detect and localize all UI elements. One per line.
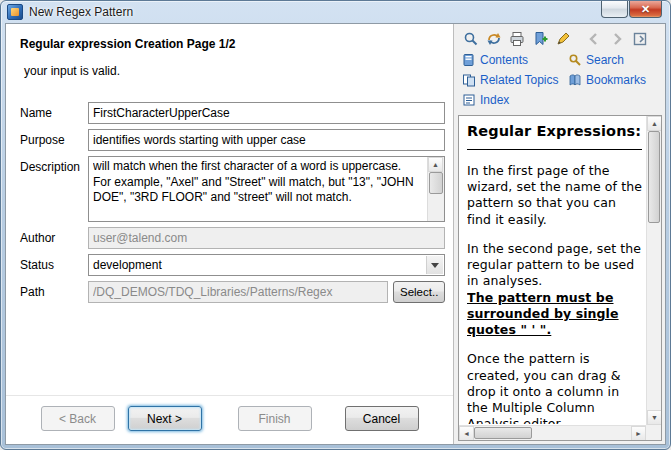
description-label: Description [20, 156, 88, 174]
help-panel: Contents Search Related Topics [454, 24, 665, 444]
print-icon[interactable] [509, 31, 525, 47]
author-row: Author [20, 227, 445, 249]
sync-icon[interactable] [486, 31, 502, 47]
wizard-header: Regular expression Creation Page 1/2 you… [6, 24, 453, 78]
heading-rule [467, 149, 642, 150]
purpose-label: Purpose [20, 129, 88, 147]
add-bookmark-icon[interactable] [532, 31, 548, 47]
maximize-view-icon[interactable] [632, 31, 648, 47]
index-icon [462, 93, 476, 107]
help-paragraph: In the second page, set the regular patt… [467, 241, 642, 290]
validation-message: your input is valid. [20, 64, 437, 78]
description-row: Description will match when the first ch… [20, 156, 445, 222]
scroll-down-icon[interactable]: ▼ [647, 410, 662, 425]
next-button[interactable]: Next > [128, 406, 202, 431]
help-link-search[interactable]: Search [568, 53, 659, 67]
status-dropdown[interactable]: development [88, 254, 445, 276]
name-input[interactable] [88, 102, 445, 124]
related-topics-icon [462, 73, 476, 87]
status-value: development [93, 258, 162, 272]
help-content-text: Regular Expressions: In the first page o… [467, 122, 642, 424]
scroll-left-icon[interactable]: ◄ [459, 426, 474, 441]
help-emphasis: The pattern must be surrounded by single… [467, 290, 642, 339]
wizard-panel: Regular expression Creation Page 1/2 you… [6, 24, 454, 444]
wizard-button-bar: < Back Next > Finish Cancel [6, 395, 453, 444]
description-scrollbar[interactable]: ▲ [427, 157, 444, 221]
highlight-pen-icon[interactable] [555, 31, 571, 47]
help-toolbar [454, 24, 665, 50]
title-bar[interactable]: New Regex Pattern ✕ [1, 1, 670, 23]
help-vertical-scrollbar[interactable]: ▲ ▼ [646, 116, 661, 425]
help-content-view: Regular Expressions: In the first page o… [458, 115, 662, 441]
status-label: Status [20, 254, 88, 272]
scroll-up-icon[interactable]: ▲ [647, 116, 662, 131]
help-link-bookmarks[interactable]: Bookmarks [568, 73, 659, 87]
window-help-button[interactable] [601, 1, 628, 18]
author-label: Author [20, 227, 88, 245]
regex-pattern-icon [7, 4, 23, 20]
help-paragraph: Once the pattern is created, you can dra… [467, 351, 642, 424]
pattern-form: Name Purpose Description will match when… [6, 102, 453, 308]
scroll-thumb[interactable] [648, 131, 660, 223]
description-textarea[interactable]: will match when the first character of a… [88, 156, 445, 222]
book-icon [462, 53, 476, 67]
path-input [88, 281, 388, 303]
purpose-input[interactable] [88, 129, 445, 151]
description-text: will match when the first character of a… [93, 159, 424, 219]
path-row: Path Select.. [20, 281, 445, 303]
show-in-contents-icon[interactable] [463, 31, 479, 47]
page-title: Regular expression Creation Page 1/2 [20, 37, 437, 51]
author-input [88, 227, 445, 249]
window-close-button[interactable]: ✕ [629, 1, 662, 18]
bookmarks-icon [568, 73, 582, 87]
help-heading: Regular Expressions: [467, 122, 642, 141]
window-title: New Regex Pattern [29, 5, 133, 19]
scroll-right-icon[interactable]: ► [631, 426, 646, 441]
dialog-content: Regular expression Creation Page 1/2 you… [5, 23, 666, 445]
help-paragraph: In the first page of the wizard, set the… [467, 163, 642, 228]
status-row: Status development [20, 254, 445, 276]
cancel-button[interactable]: Cancel [345, 406, 419, 431]
help-nav-links: Contents Search Related Topics [454, 50, 665, 109]
scrollbar-corner [646, 425, 661, 440]
scroll-thumb[interactable] [429, 172, 443, 194]
scroll-thumb[interactable] [474, 427, 532, 439]
help-link-contents[interactable]: Contents [462, 53, 566, 67]
forward-arrow-icon [609, 31, 625, 47]
purpose-row: Purpose [20, 129, 445, 151]
close-icon: ✕ [641, 3, 650, 16]
back-arrow-icon [586, 31, 602, 47]
help-horizontal-scrollbar[interactable]: ◄ ► [459, 425, 646, 440]
scroll-up-icon[interactable]: ▲ [428, 157, 443, 172]
name-row: Name [20, 102, 445, 124]
help-link-index[interactable]: Index [462, 93, 566, 107]
chevron-down-icon[interactable] [426, 256, 443, 274]
select-path-button[interactable]: Select.. [393, 281, 445, 303]
window-controls: ✕ [601, 1, 662, 18]
back-button: < Back [41, 406, 115, 431]
path-label: Path [20, 281, 88, 299]
search-icon [568, 53, 582, 67]
new-regex-pattern-dialog: New Regex Pattern ✕ Regular expression C… [0, 0, 671, 450]
name-label: Name [20, 102, 88, 120]
help-link-related-topics[interactable]: Related Topics [462, 73, 566, 87]
finish-button: Finish [238, 406, 312, 431]
